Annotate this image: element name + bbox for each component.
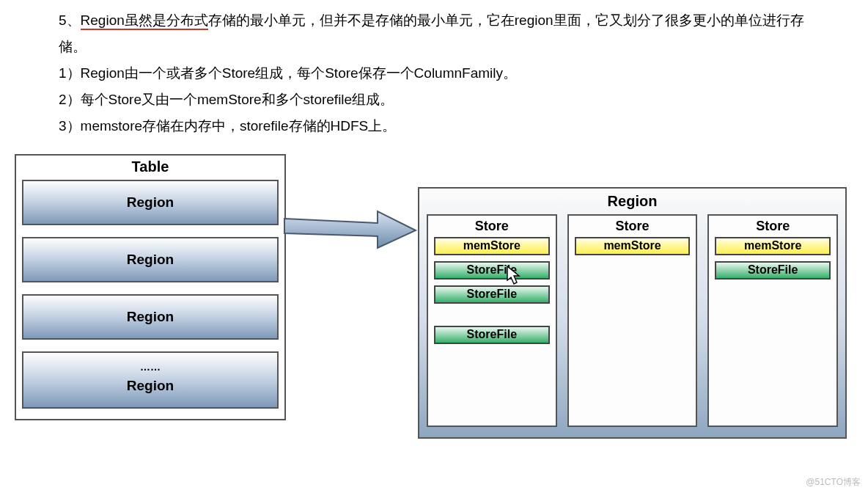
gap	[434, 310, 550, 326]
line1-underlined: Region虽然是分布式	[81, 12, 208, 30]
region-row: Region	[22, 294, 279, 340]
stores-row: Store memStore StoreFile StoreFile Store…	[427, 214, 838, 427]
store-title: Store	[575, 219, 691, 234]
storefile-box: StoreFile	[434, 326, 550, 344]
memstore-box: memStore	[575, 237, 691, 255]
store-title: Store	[434, 219, 550, 234]
store-title: Store	[715, 219, 831, 234]
table-title: Table	[22, 156, 279, 180]
line1-prefix: 5、	[59, 12, 81, 28]
region-detail-box: Region Store memStore StoreFile StoreFil…	[418, 187, 847, 439]
text-line-3: 2）每个Store又由一个memStore和多个storefile组成。	[59, 87, 809, 113]
expand-arrow-icon	[282, 205, 418, 249]
text-line-4: 3）memstore存储在内存中，storefile存储的HDFS上。	[59, 113, 809, 139]
region-row: Region	[22, 180, 279, 225]
region-row-ellipsis: …… Region	[22, 351, 279, 409]
watermark: @51CTO博客	[806, 476, 861, 489]
storefile-box: StoreFile	[434, 261, 550, 280]
ellipsis-label: Region	[127, 378, 174, 393]
svg-marker-1	[507, 266, 519, 284]
store-box: Store memStore StoreFile StoreFile Store…	[427, 214, 557, 427]
text-line-2: 1）Region由一个或者多个Store组成，每个Store保存一个Column…	[59, 60, 809, 87]
svg-marker-0	[284, 211, 416, 248]
table-box: Table Region Region Region …… Region	[15, 154, 286, 420]
ellipsis-dots: ……	[23, 357, 277, 376]
memstore-box: memStore	[715, 237, 831, 255]
storefile-box: StoreFile	[715, 261, 831, 280]
text-line-1: 5、Region虽然是分布式存储的最小单元，但并不是存储的最小单元，它在regi…	[59, 7, 809, 60]
storefile-box: StoreFile	[434, 285, 550, 304]
store-box: Store memStore	[567, 214, 698, 427]
region-detail-title: Region	[427, 191, 838, 214]
cursor-icon	[506, 266, 522, 286]
memstore-box: memStore	[434, 237, 550, 255]
diagram: Table Region Region Region …… Region Reg…	[0, 147, 868, 484]
store-box: Store memStore StoreFile	[707, 214, 838, 427]
region-row: Region	[22, 237, 279, 282]
explanation-text: 5、Region虽然是分布式存储的最小单元，但并不是存储的最小单元，它在regi…	[0, 0, 868, 147]
